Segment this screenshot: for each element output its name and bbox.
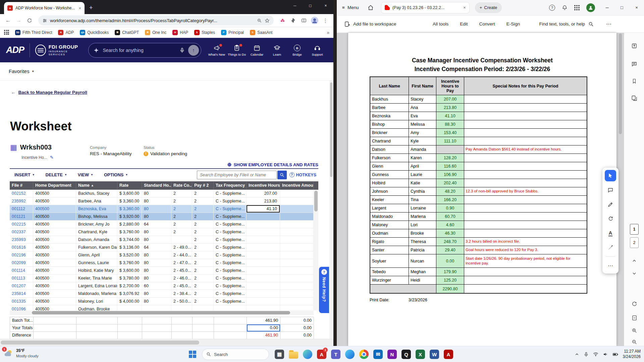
cell-pay2[interactable]: 2 bbox=[192, 236, 214, 243]
nav-learn[interactable]: Learn bbox=[267, 44, 287, 56]
cell-rate[interactable]: $ 3,760.00 bbox=[117, 228, 142, 236]
cell-tax-frequency[interactable]: C - Suppleme... bbox=[214, 221, 247, 228]
cell-rate[interactable] bbox=[117, 305, 142, 310]
cell-rate[interactable]: $ 2,700.00 bbox=[117, 282, 142, 290]
cell-rate[interactable]: $ 3,760.00 bbox=[117, 259, 142, 266]
create-button[interactable]: + Create bbox=[475, 2, 502, 13]
scrollbar-thumb[interactable] bbox=[314, 191, 318, 212]
grid-row[interactable]: 002215 400500 Brickner, Amy Jo $ 2,880.0… bbox=[10, 221, 314, 228]
bookmark-item[interactable]: 53 Fifth Third Direct bbox=[15, 30, 52, 35]
cell-standard-hours[interactable]: 80 bbox=[142, 228, 171, 236]
cell-rate-code[interactable]: 2 - 50.0... bbox=[171, 298, 192, 305]
find-tools-search[interactable]: Find text, tools, or help bbox=[539, 21, 594, 27]
more-tools-button[interactable]: ⋯ bbox=[605, 260, 616, 271]
cell-department[interactable]: 400500 bbox=[33, 236, 76, 243]
cell-tax-frequency[interactable]: C - Suppleme... bbox=[214, 228, 247, 236]
cell-tax-frequency[interactable]: C - Suppleme... bbox=[214, 298, 247, 305]
grid-row[interactable]: 001112 400500 Beznoska, Eva $ 3,360.00 8… bbox=[10, 205, 314, 213]
need-help-button[interactable]: ? Need Help? bbox=[319, 267, 329, 313]
bookmark-item[interactable]: P Principal bbox=[221, 30, 244, 35]
cell-standard-hours[interactable] bbox=[142, 305, 171, 310]
cell-name[interactable]: Oudman, Brooke bbox=[76, 305, 117, 310]
cell-tax-frequency[interactable] bbox=[214, 305, 247, 310]
column-header-standard-hours[interactable]: Standard Ho... bbox=[142, 181, 171, 190]
cell-rate[interactable]: $ 3,780.00 bbox=[117, 275, 142, 282]
taskbar-app-icon[interactable] bbox=[286, 346, 301, 362]
cell-name[interactable]: Maloney, Lori bbox=[76, 298, 117, 305]
grid-row[interactable]: 235992 400500 Barbee, Ana $ 3,360.00 80 … bbox=[10, 197, 314, 205]
cell-pay2[interactable]: 2 bbox=[192, 244, 214, 251]
cell-file-number[interactable]: 001616 bbox=[10, 244, 33, 251]
cell-file-number[interactable]: 001114 bbox=[10, 267, 33, 274]
cell-name[interactable]: Keeler, Tina Marie bbox=[76, 275, 117, 282]
weather-widget[interactable]: 1 35°F Mostly cloudy bbox=[3, 348, 39, 358]
cell-incentive-amount[interactable] bbox=[280, 221, 314, 228]
grid-row[interactable]: 002152 400500 Backhus, Stacey $ 3,600.00… bbox=[10, 190, 314, 197]
nav-bridge[interactable]: B Bridge bbox=[287, 44, 307, 56]
cell-standard-hours[interactable]: 64 bbox=[142, 221, 171, 228]
cell-name[interactable]: Gunness, Laurie bbox=[76, 259, 117, 266]
cell-incentive-amount[interactable] bbox=[280, 305, 314, 310]
draw-tool-button[interactable] bbox=[605, 199, 616, 210]
taskbar-app-icon[interactable] bbox=[343, 346, 357, 362]
scrollbar-thumb[interactable] bbox=[330, 82, 332, 177]
bookmark-item[interactable]: A ADP bbox=[58, 30, 74, 35]
grid-row[interactable]: 001335 400500 Maloney, Lori $ 4,000.00 8… bbox=[10, 298, 314, 305]
cell-standard-hours[interactable]: 80 bbox=[142, 298, 171, 305]
system-clock[interactable]: 11:27 AM 3/24/2026 bbox=[623, 349, 641, 359]
column-header-pay2[interactable]: Pay # 2 bbox=[192, 181, 214, 190]
cell-department[interactable]: 400500 bbox=[33, 197, 76, 205]
back-to-payroll-link[interactable]: ← Back to Manage Regular Payroll bbox=[11, 90, 87, 95]
cell-incentive-hours[interactable]: 213.80 bbox=[247, 197, 280, 205]
bookmark-star-icon[interactable] bbox=[265, 18, 270, 23]
cell-incentive-hours[interactable] bbox=[247, 282, 280, 290]
options-menu-button[interactable]: OPTIONS▼ bbox=[104, 172, 128, 177]
comment-tool-button[interactable] bbox=[605, 184, 616, 196]
cell-standard-hours[interactable]: 80 bbox=[142, 213, 171, 220]
cell-name[interactable]: Backhus, Stacey bbox=[76, 190, 117, 197]
cell-rate-code[interactable]: 2 bbox=[171, 205, 192, 213]
cell-rate-code[interactable]: 2 bbox=[171, 213, 192, 220]
cell-pay2[interactable]: 2 bbox=[192, 205, 214, 213]
grid-row[interactable]: 001113 400500 Keeler, Tina Marie $ 3,780… bbox=[10, 275, 314, 282]
comments-panel-icon[interactable] bbox=[624, 61, 644, 67]
cell-incentive-hours[interactable] bbox=[247, 251, 280, 259]
bookmarks-overflow-icon[interactable]: » bbox=[327, 30, 329, 35]
address-bar[interactable]: workforcenow.adp.com/theme/admin.html#/P… bbox=[38, 15, 274, 25]
nav-support[interactable]: Support bbox=[307, 44, 327, 56]
reload-icon[interactable] bbox=[25, 16, 34, 25]
nav-whats-new[interactable]: What's New bbox=[207, 44, 227, 56]
cell-name[interactable]: Barbee, Ana bbox=[76, 197, 117, 205]
rotate-page-icon[interactable] bbox=[624, 301, 644, 307]
select-tool-button[interactable] bbox=[605, 170, 616, 181]
cell-department[interactable]: 400500 bbox=[33, 282, 76, 290]
tab-close-icon[interactable]: × bbox=[78, 6, 81, 11]
cell-pay2[interactable]: 2 bbox=[192, 197, 214, 205]
taskbar-app-icon[interactable] bbox=[357, 346, 371, 362]
column-header-name[interactable]: Name▲ bbox=[76, 181, 117, 190]
cell-standard-hours[interactable]: 80 bbox=[142, 290, 171, 297]
cell-department[interactable]: 400500 bbox=[33, 298, 76, 305]
export-panel-icon[interactable] bbox=[624, 43, 644, 49]
bookmark-item[interactable]: ☀ One Inc bbox=[145, 30, 166, 35]
grid-row[interactable]: 001096 400500 Oudman, Brooke bbox=[10, 305, 314, 310]
cell-incentive-amount[interactable] bbox=[280, 205, 314, 213]
cell-incentive-amount[interactable] bbox=[280, 190, 314, 197]
shape-arrow-tool-button[interactable] bbox=[605, 213, 616, 225]
cell-incentive-amount[interactable] bbox=[280, 197, 314, 205]
cell-name[interactable]: Holbird, Katie Mary bbox=[76, 267, 117, 274]
browser-menu-icon[interactable]: ⋮ bbox=[321, 16, 330, 25]
volume-icon[interactable] bbox=[603, 352, 608, 357]
cell-standard-hours[interactable]: 80 bbox=[142, 197, 171, 205]
split-screen-icon[interactable] bbox=[299, 16, 309, 25]
close-button[interactable]: × bbox=[318, 0, 333, 11]
grid-row[interactable]: 002337 400500 Chartrand, Kyle $ 3,760.00… bbox=[10, 228, 314, 236]
cell-rate-code[interactable]: 2 bbox=[171, 197, 192, 205]
cell-rate-code[interactable] bbox=[171, 305, 192, 310]
account-avatar[interactable] bbox=[586, 3, 595, 12]
cell-rate[interactable]: $ 2,880.00 bbox=[117, 221, 142, 228]
home-icon[interactable] bbox=[368, 5, 374, 11]
cell-tax-frequency[interactable]: C - Suppleme... bbox=[214, 267, 247, 274]
cell-department[interactable]: 400500 bbox=[33, 275, 76, 282]
cell-incentive-hours[interactable] bbox=[247, 267, 280, 274]
